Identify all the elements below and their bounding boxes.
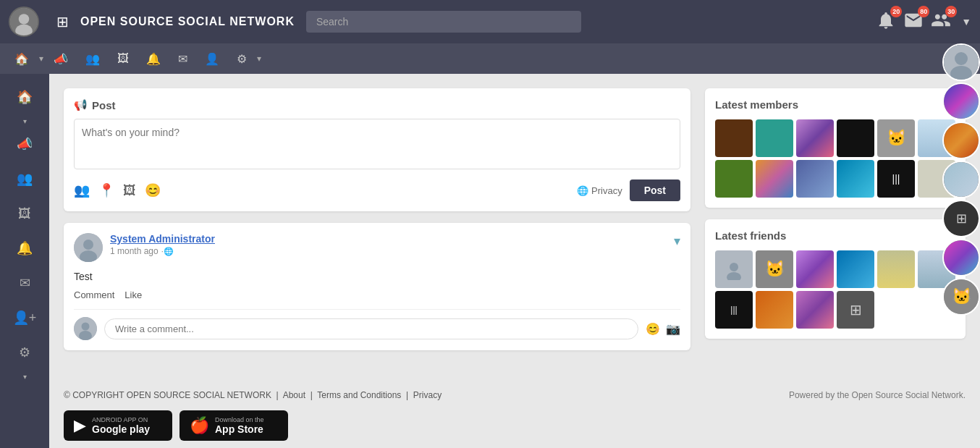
comment-link[interactable]: Comment [74, 289, 114, 300]
privacy-button[interactable]: 🌐 Privacy [577, 185, 622, 196]
comment-emoji-icon[interactable]: 😊 [646, 322, 660, 336]
member-thumb-1[interactable] [715, 119, 753, 157]
friend-thumb-4[interactable] [837, 250, 874, 288]
friend-thumb-3[interactable] [796, 250, 834, 288]
nav-settings[interactable]: ⚙ [229, 48, 254, 70]
emoji-icon[interactable]: 😊 [145, 182, 161, 198]
member-thumb-11[interactable]: ||| [877, 160, 915, 198]
nav-home[interactable]: 🏠 [7, 48, 36, 70]
member-thumb-8[interactable] [756, 160, 793, 198]
comment-input[interactable] [104, 318, 638, 339]
tag-people-icon[interactable]: 👥 [74, 182, 90, 198]
edge-avatar-3[interactable] [942, 122, 980, 159]
page-content: 📢 Post 👥 📍 🖼 😊 🌐 Privacy [49, 74, 980, 379]
notifications-button[interactable]: 20 [876, 10, 896, 33]
svg-point-10 [727, 272, 741, 280]
post-dropdown[interactable]: ▾ [674, 233, 680, 249]
edge-avatar-7[interactable]: 🐱 [942, 278, 980, 316]
megaphone-icon: 📢 [74, 98, 88, 111]
friend-thumb-1[interactable] [715, 250, 753, 288]
post-author-avatar[interactable] [74, 233, 103, 262]
nav-add-friend[interactable]: 👤 [198, 48, 227, 70]
comment-camera-icon[interactable]: 📷 [666, 322, 680, 336]
sidebar-users[interactable]: 👥 [9, 163, 41, 195]
sidebar-messages[interactable]: ✉ [9, 267, 41, 299]
post-privacy-globe: ·🌐 [161, 247, 174, 256]
footer-terms-link[interactable]: Terms and Conditions [317, 390, 401, 400]
feed-post: System Administrator 1 month ago ·🌐 ▾ Te… [64, 223, 690, 350]
edge-avatar-4[interactable] [942, 161, 980, 198]
friend-thumb-2[interactable]: 🐱 [756, 250, 793, 288]
friends-button[interactable]: 30 [931, 10, 951, 33]
latest-members-grid: 🐱 ||| [715, 119, 955, 198]
app-store-badge[interactable]: 🍎 Download on the App Store [179, 410, 288, 441]
member-thumb-9[interactable] [796, 160, 834, 198]
right-sidebar: Latest members 🐱 ||| [705, 88, 966, 364]
nav-settings-chevron[interactable]: ▾ [257, 54, 261, 64]
site-title: OPEN SOURCE SOCIAL NETWORK [80, 15, 295, 28]
nav-gallery[interactable]: 🖼 [110, 48, 136, 69]
friend-thumb-8[interactable] [756, 291, 793, 329]
messages-button[interactable]: 80 [903, 10, 924, 33]
photo-icon[interactable]: 🖼 [123, 183, 136, 198]
post-author-name[interactable]: System Administrator [110, 233, 667, 245]
grid-icon[interactable]: ⊞ [56, 13, 69, 30]
sidebar-home-chevron[interactable]: ▾ [23, 117, 27, 125]
post-content: Test [74, 271, 680, 282]
friend-thumb-9[interactable] [796, 291, 834, 329]
nav-users[interactable]: 👥 [78, 48, 107, 70]
nav-messages[interactable]: ✉ [171, 48, 195, 70]
location-icon[interactable]: 📍 [98, 182, 114, 198]
member-thumb-3[interactable] [796, 119, 834, 157]
nav-notifications[interactable]: 🔔 [139, 48, 168, 70]
footer-about-link[interactable]: About [283, 390, 305, 400]
member-thumb-4[interactable] [837, 119, 874, 157]
notifications-badge: 20 [890, 6, 902, 17]
friend-thumb-7[interactable]: ||| [715, 291, 753, 329]
post-box-title: 📢 Post [74, 98, 680, 111]
sidebar-notifications[interactable]: 🔔 [9, 232, 41, 264]
user-avatar[interactable] [9, 7, 39, 37]
svg-point-9 [730, 263, 738, 271]
edge-avatar-5[interactable]: ⊞ [942, 200, 980, 237]
main-layout: 🏠 ▾ 📣 👥 🖼 🔔 ✉ 👤+ ⚙ ▾ 📢 Post [0, 74, 980, 448]
app-store-text: Download on the App Store [215, 416, 264, 435]
top-nav: ⊞ OPEN SOURCE SOCIAL NETWORK 20 80 30 ▼ [0, 0, 980, 43]
friend-thumb-5[interactable] [877, 250, 915, 288]
sidebar-gallery[interactable]: 🖼 [9, 198, 41, 229]
svg-point-1 [19, 14, 29, 24]
like-link[interactable]: Like [124, 289, 142, 300]
sidebar-settings-chevron[interactable]: ▾ [23, 373, 27, 381]
right-edge-avatars: ⊞ 🐱 [942, 43, 980, 316]
sidebar-friend-requests[interactable]: 👤+ [9, 302, 41, 334]
member-thumb-10[interactable] [837, 160, 874, 198]
apple-icon: 🍎 [190, 416, 209, 435]
footer-privacy-link[interactable]: Privacy [413, 390, 442, 400]
member-thumb-7[interactable] [715, 160, 753, 198]
post-links: Comment Like [74, 289, 680, 300]
friends-badge: 30 [945, 6, 957, 17]
post-button[interactable]: Post [630, 179, 680, 201]
member-thumb-5[interactable]: 🐱 [877, 119, 915, 157]
friend-thumb-10[interactable]: ⊞ [837, 291, 874, 329]
latest-members-title: Latest members [715, 98, 955, 111]
post-textarea[interactable] [74, 119, 680, 169]
edge-avatar-6[interactable] [942, 239, 980, 276]
svg-point-7 [82, 323, 90, 331]
nav-megaphone[interactable]: 📣 [46, 48, 75, 70]
svg-point-12 [955, 52, 968, 65]
post-time: 1 month ago ·🌐 [110, 246, 667, 256]
edge-avatar-1[interactable] [942, 43, 980, 81]
google-play-badge[interactable]: ▶ ANDROID APP ON Google play [64, 410, 172, 441]
member-thumb-2[interactable] [756, 119, 793, 157]
search-input[interactable] [306, 11, 581, 33]
sidebar-home[interactable]: 🏠 [9, 81, 41, 113]
comment-user-avatar [74, 317, 97, 340]
nav-dropdown-arrow[interactable]: ▼ [961, 16, 971, 28]
edge-avatar-2[interactable] [942, 83, 980, 120]
sidebar-megaphone[interactable]: 📣 [9, 128, 41, 160]
google-play-text: ANDROID APP ON Google play [92, 416, 150, 435]
nav-home-chevron[interactable]: ▾ [39, 54, 43, 64]
left-sidebar: 🏠 ▾ 📣 👥 🖼 🔔 ✉ 👤+ ⚙ ▾ [0, 74, 49, 448]
sidebar-settings[interactable]: ⚙ [9, 337, 41, 368]
